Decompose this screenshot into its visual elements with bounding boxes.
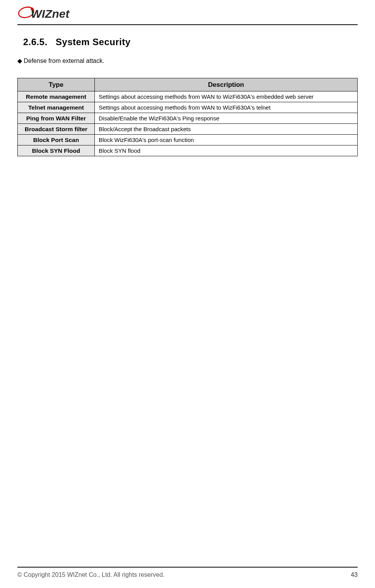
cell-desc: Settings about accessing methods from WA… [95,102,358,113]
table-row: Block Port Scan Block WizFi630A's port-s… [18,135,358,145]
section-number: 2.6.5. [23,37,47,47]
cell-type: Remote management [18,91,95,102]
page-number: 43 [351,571,358,578]
cell-type: Block SYN Flood [18,145,95,156]
cell-desc: Disable/Enable the WizFi630A's Ping resp… [95,113,358,124]
logo: WIZnet [17,4,358,21]
svg-text:WIZnet: WIZnet [31,7,70,20]
table-row: Ping from WAN Filter Disable/Enable the … [18,113,358,124]
table-header-row: Type Description [18,78,358,91]
section-heading: 2.6.5. System Security [23,37,358,47]
header-type: Type [18,78,95,91]
copyright-text: © Copyright 2015 WIZnet Co., Ltd. All ri… [17,571,165,578]
cell-type: Ping from WAN Filter [18,113,95,124]
wiznet-logo-icon: WIZnet [17,4,73,21]
section-title-text: System Security [56,37,131,47]
security-table: Type Description Remote management Setti… [17,78,358,156]
page-header: WIZnet [17,0,358,25]
table-row: Remote management Settings about accessi… [18,91,358,102]
table-row: Broadcast Storm filter Block/Accept the … [18,124,358,135]
cell-desc: Block SYN flood [95,145,358,156]
cell-type: Telnet management [18,102,95,113]
bullet-line: ◆ Defense from external attack. [17,57,358,64]
cell-desc: Block/Accept the Broadcast packets [95,124,358,135]
cell-type: Broadcast Storm filter [18,124,95,135]
cell-desc: Settings about accessing methods from WA… [95,91,358,102]
page-footer: © Copyright 2015 WIZnet Co., Ltd. All ri… [17,567,358,588]
table-row: Block SYN Flood Block SYN flood [18,145,358,156]
table-row: Telnet management Settings about accessi… [18,102,358,113]
header-description: Description [95,78,358,91]
page-content: 2.6.5. System Security ◆ Defense from ex… [17,25,358,567]
cell-type: Block Port Scan [18,135,95,145]
cell-desc: Block WizFi630A's port-scan function [95,135,358,145]
